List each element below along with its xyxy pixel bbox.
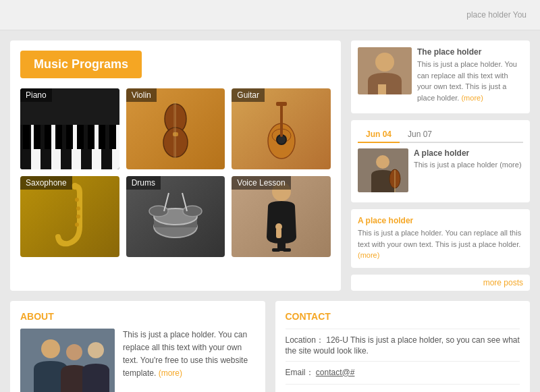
- right-top-section: The place holder This is just a place ho…: [351, 40, 530, 113]
- instrument-card-voice[interactable]: Voice Lesson: [232, 176, 331, 257]
- header-placeholder: place holder You: [466, 10, 526, 20]
- instrument-label-guitar: Guitar: [232, 88, 265, 102]
- right-top-thumb: [358, 47, 412, 94]
- instrument-card-drums[interactable]: Drums: [126, 176, 225, 257]
- about-card: ABOUT This is just a place hol: [10, 301, 265, 393]
- svg-point-15: [75, 223, 79, 227]
- right-top-post-content: The place holder This is just a place ho…: [417, 47, 523, 103]
- svg-rect-31: [378, 84, 386, 94]
- svg-rect-10: [276, 102, 287, 106]
- right-top-post-text: This is just a place holder. You can rep…: [417, 59, 523, 103]
- more-posts-link[interactable]: more posts: [351, 275, 530, 291]
- svg-point-13: [76, 206, 80, 211]
- jun04-content: A place holder This is just a place hold…: [414, 148, 523, 192]
- instrument-card-saxophone[interactable]: Saxophone: [20, 176, 119, 257]
- jun04-title: A place holder: [414, 148, 523, 158]
- instruments-grid: Piano Violin: [20, 88, 331, 257]
- instrument-card-guitar[interactable]: Guitar: [232, 88, 331, 169]
- contact-location-label: Location：: [286, 335, 324, 345]
- tabs-row: Jun 04 Jun 07: [358, 127, 523, 143]
- instrument-card-violin[interactable]: Violin: [126, 88, 225, 169]
- instrument-label-violin: Violin: [126, 88, 157, 102]
- svg-point-30: [375, 53, 394, 72]
- instrument-label-saxophone: Saxophone: [20, 176, 72, 190]
- instrument-label-drums: Drums: [126, 176, 161, 190]
- right-panel: The place holder This is just a place ho…: [351, 40, 530, 291]
- about-thumb: [20, 329, 115, 393]
- contact-location: Location： 126-U This is just a place hol…: [286, 329, 520, 361]
- about-text-content: This is just a place holder. You can rep…: [123, 329, 255, 393]
- about-more[interactable]: (more): [159, 368, 182, 378]
- main-content: Music Programs Piano Violin: [0, 30, 540, 301]
- page-wrapper: place holder You Music Programs Piano: [0, 0, 540, 392]
- svg-point-37: [41, 339, 60, 358]
- tab-jun04[interactable]: Jun 04: [358, 127, 400, 143]
- svg-point-11: [72, 183, 78, 190]
- svg-point-39: [88, 342, 104, 358]
- bottom-section: ABOUT This is just a place hol: [0, 301, 540, 393]
- about-content: This is just a place holder. You can rep…: [20, 329, 255, 393]
- svg-rect-25: [272, 248, 280, 252]
- right-top-post: The place holder This is just a place ho…: [358, 47, 523, 103]
- jun07-more[interactable]: (more): [358, 251, 379, 259]
- jun07-section: A place holder This is just a place hold…: [351, 209, 530, 268]
- about-title: ABOUT: [20, 311, 255, 322]
- contact-email: Email： contact@#: [286, 361, 520, 384]
- contact-card: CONTACT Location： 126-U This is just a p…: [275, 301, 531, 393]
- right-top-more[interactable]: (more): [461, 94, 483, 102]
- svg-point-33: [376, 155, 389, 169]
- left-panel: Music Programs Piano Violin: [10, 40, 341, 291]
- contact-phone: Phone： (000) 987 65 43 2100: [286, 384, 520, 393]
- contact-title: CONTACT: [286, 311, 520, 322]
- jun04-text: This is just a place holder (more): [414, 160, 523, 170]
- instrument-label-piano: Piano: [20, 88, 52, 102]
- header: place holder You: [0, 0, 540, 30]
- section-title: Music Programs: [20, 51, 142, 78]
- jun04-post: A place holder This is just a place hold…: [358, 148, 523, 192]
- contact-email-link[interactable]: contact@#: [316, 368, 355, 377]
- svg-point-38: [66, 344, 82, 360]
- instrument-label-voice: Voice Lesson: [232, 176, 290, 190]
- svg-point-12: [75, 198, 79, 202]
- jun04-thumb: [358, 148, 408, 192]
- svg-point-14: [76, 215, 80, 219]
- svg-rect-26: [283, 248, 291, 252]
- svg-point-28: [275, 223, 282, 230]
- jun07-text: This is just a place holder. You can rep…: [358, 227, 523, 261]
- contact-email-label: Email：: [286, 368, 314, 377]
- instrument-card-piano[interactable]: Piano: [20, 88, 119, 169]
- jun07-title: A place holder: [358, 216, 523, 225]
- tab-jun07[interactable]: Jun 07: [400, 127, 440, 142]
- right-top-post-title: The place holder: [417, 47, 523, 57]
- tabs-section: Jun 04 Jun 07 A: [351, 120, 530, 202]
- svg-rect-9: [280, 102, 283, 137]
